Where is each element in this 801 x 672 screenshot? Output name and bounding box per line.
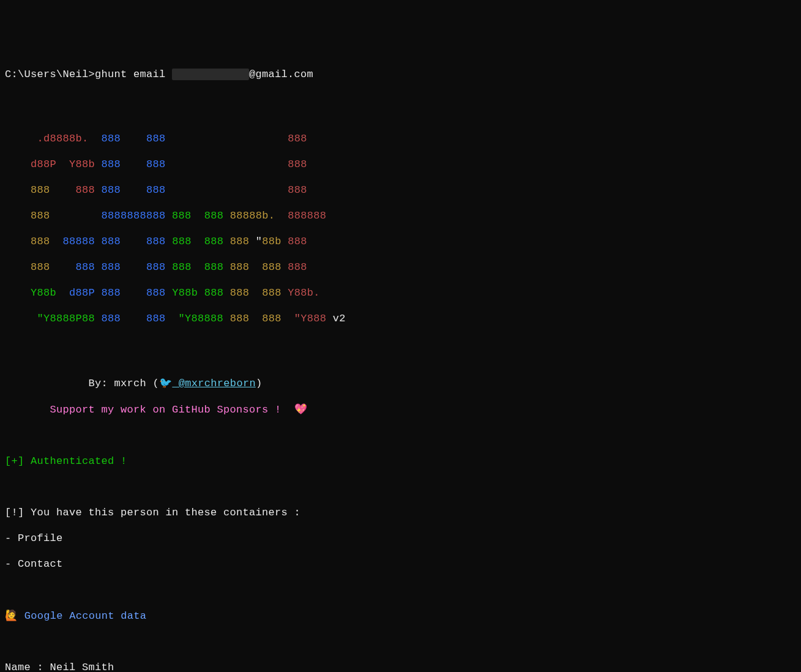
container-profile: - Profile — [5, 532, 796, 545]
blank — [5, 480, 796, 493]
section-title: Google Account data — [18, 610, 146, 622]
command-post: @gmail.com — [249, 69, 313, 80]
containers-header: [!] You have this person in these contai… — [5, 506, 796, 519]
person-icon: 🙋 — [5, 609, 18, 621]
container-contact: - Contact — [5, 558, 796, 570]
ascii-l1: .d8888b. 888 888 888 — [5, 132, 796, 145]
redacted-email: ████████████ — [172, 69, 249, 80]
prompt: C:\Users\Neil> — [5, 69, 95, 80]
blank — [5, 338, 796, 351]
ascii-l5: 888 88888 888 888 888 888 888 "88b 888 — [5, 235, 796, 248]
section-account: 🙋 Google Account data — [5, 609, 796, 622]
ascii-l4: 888 8888888888 888 888 88888b. 888888 — [5, 209, 796, 222]
twitter-handle[interactable]: @mxrchreborn — [172, 378, 256, 389]
ascii-l2: d88P Y88b 888 888 888 — [5, 158, 796, 171]
auth-status: [+] Authenticated ! — [5, 455, 796, 468]
command-line: C:\Users\Neil>ghunt email ████████████@g… — [5, 68, 796, 81]
blank — [5, 429, 796, 442]
heart-icon: 💖 — [281, 403, 308, 415]
bird-icon: 🐦 — [159, 376, 172, 389]
blank — [5, 583, 796, 596]
command-pre: ghunt email — [95, 69, 172, 80]
name-line: Name : Neil Smith — [5, 661, 796, 672]
ascii-l7: Y88b d88P 888 888 Y88b 888 888 888 Y88b. — [5, 286, 796, 299]
blank — [5, 635, 796, 648]
ascii-l3: 888 888 888 888 888 — [5, 184, 796, 196]
support-line: Support my work on GitHub Sponsors ! 💖 — [5, 403, 796, 416]
ascii-l6: 888 888 888 888 888 888 888 888 888 — [5, 261, 796, 274]
byline: By: mxrch (🐦 @mxrchreborn) — [5, 376, 796, 390]
blank — [5, 94, 796, 106]
ascii-l8: "Y8888P88 888 888 "Y88888 888 888 "Y888 … — [5, 312, 796, 325]
